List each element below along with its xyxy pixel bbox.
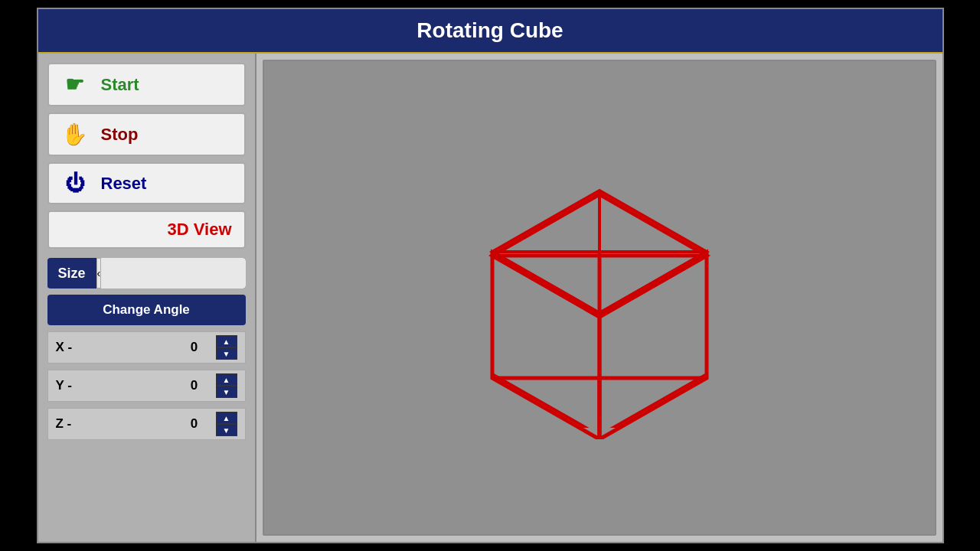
cube-canvas — [263, 60, 936, 536]
start-button[interactable]: ☛ Start — [47, 63, 246, 106]
reset-button[interactable]: ⏻ Reset — [47, 162, 246, 204]
y-value: 0 — [179, 378, 210, 393]
z-label: Z - — [56, 416, 179, 432]
y-increment-button[interactable]: ▲ — [216, 373, 237, 386]
start-label: Start — [101, 75, 139, 95]
reset-icon: ⏻ — [61, 171, 89, 195]
size-label: Size — [47, 259, 96, 288]
size-input[interactable] — [101, 258, 245, 289]
z-angle-row: Z - 0 ▲ ▼ — [47, 408, 246, 440]
size-control: Size ‹ › — [47, 258, 246, 289]
x-spinner: ▲ ▼ — [216, 335, 237, 360]
x-decrement-button[interactable]: ▼ — [216, 347, 237, 360]
x-angle-row: X - 0 ▲ ▼ — [47, 331, 246, 364]
svg-marker-8 — [599, 256, 707, 439]
reset-label: Reset — [101, 174, 147, 194]
size-left-arrow-icon: ‹ — [97, 267, 101, 279]
z-spinner: ▲ ▼ — [216, 412, 237, 436]
y-label: Y - — [56, 378, 179, 393]
app-title: Rotating Cube — [416, 18, 563, 42]
z-increment-button[interactable]: ▲ — [216, 412, 237, 424]
stop-button[interactable]: ✋ Stop — [47, 112, 246, 156]
x-value: 0 — [179, 340, 210, 355]
size-decrease-button[interactable]: ‹ — [96, 258, 102, 289]
y-decrement-button[interactable]: ▼ — [216, 386, 237, 398]
y-angle-row: Y - 0 ▲ ▼ — [47, 370, 246, 402]
z-value: 0 — [179, 416, 210, 432]
change-angle-label: Change Angle — [103, 302, 190, 317]
app-container: Rotating Cube ☛ Start ✋ Stop ⏻ Reset 3D … — [37, 8, 944, 543]
svg-marker-7 — [492, 256, 599, 439]
stop-icon: ✋ — [61, 122, 89, 147]
view-3d-button[interactable]: 3D View — [47, 210, 246, 249]
stop-label: Stop — [101, 125, 139, 145]
x-increment-button[interactable]: ▲ — [216, 335, 237, 347]
x-label: X - — [56, 340, 179, 355]
cube-svg-main — [446, 156, 753, 439]
sidebar: ☛ Start ✋ Stop ⏻ Reset 3D View Size ‹ — [38, 54, 256, 542]
y-spinner: ▲ ▼ — [216, 373, 237, 398]
main-content: ☛ Start ✋ Stop ⏻ Reset 3D View Size ‹ — [38, 54, 942, 542]
z-decrement-button[interactable]: ▼ — [216, 424, 237, 436]
change-angle-header: Change Angle — [47, 295, 246, 325]
start-icon: ☛ — [61, 72, 89, 97]
view-3d-label: 3D View — [168, 220, 232, 240]
app-header: Rotating Cube — [38, 9, 942, 54]
